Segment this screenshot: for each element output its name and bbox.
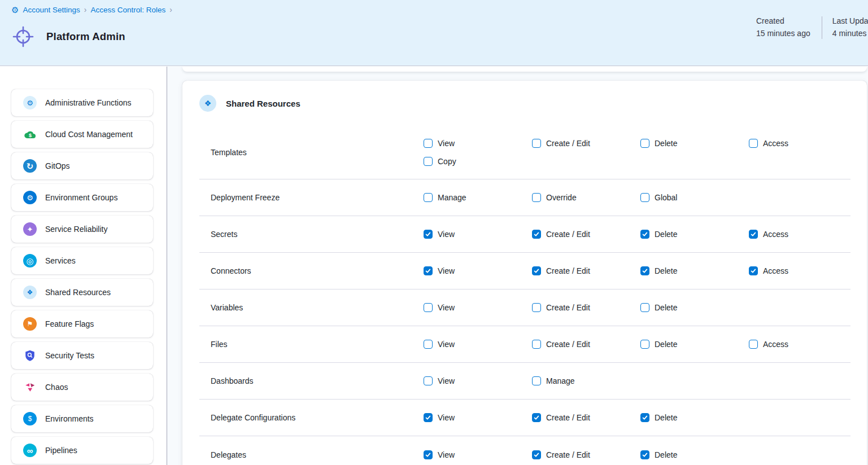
breadcrumb-account-settings[interactable]: Account Settings	[23, 6, 80, 14]
permission-label: View	[438, 266, 455, 275]
sidebar-item-services[interactable]: ◎ Services	[11, 247, 153, 274]
section-header: ❖ Shared Resources	[199, 81, 850, 126]
sidebar-item-feature-flags[interactable]: ⚑ Feature Flags	[11, 310, 153, 337]
services-swirl-icon: ◎	[23, 254, 37, 267]
table-row: Delegates View Create / Edit Delete	[199, 436, 850, 465]
checkbox-icon[interactable]	[424, 450, 433, 459]
checkbox-icon[interactable]	[532, 139, 541, 148]
permission-create-edit[interactable]: Create / Edit	[532, 340, 640, 349]
checkbox-icon[interactable]	[640, 340, 649, 349]
permission-view[interactable]: View	[424, 340, 532, 349]
sidebar-item-cloud-cost-management[interactable]: $ Cloud Cost Management	[11, 121, 153, 148]
permission-create-edit[interactable]: Create / Edit	[532, 303, 640, 312]
checkbox-icon[interactable]	[424, 193, 433, 202]
permission-global[interactable]: Global	[640, 193, 749, 202]
checkbox-icon[interactable]	[532, 376, 541, 385]
permission-copy[interactable]: Copy	[424, 157, 532, 166]
gears-icon: ⚙	[23, 191, 37, 204]
permission-create-edit[interactable]: Create / Edit	[532, 139, 640, 148]
permission-manage[interactable]: Manage	[532, 376, 640, 385]
permission-view[interactable]: View	[424, 266, 532, 275]
sidebar-item-pipelines[interactable]: ∞ Pipelines	[11, 437, 153, 464]
permission-label: Manage	[546, 376, 575, 385]
permission-view[interactable]: View	[424, 450, 532, 459]
checkbox-icon[interactable]	[640, 450, 649, 459]
permission-create-edit[interactable]: Create / Edit	[532, 413, 640, 422]
permission-delete[interactable]: Delete	[640, 230, 749, 239]
checkbox-icon[interactable]	[749, 266, 758, 275]
checkbox-icon[interactable]	[640, 139, 649, 148]
sidebar-item-chaos[interactable]: Chaos	[11, 374, 153, 401]
checkbox-icon[interactable]	[640, 303, 649, 312]
checkbox-icon[interactable]	[532, 450, 541, 459]
permission-create-edit[interactable]: Create / Edit	[532, 266, 640, 275]
permission-delete[interactable]: Delete	[640, 413, 749, 422]
sidebar-item-environment-groups[interactable]: ⚙ Environment Groups	[11, 184, 153, 211]
permission-access[interactable]: Access	[749, 139, 850, 148]
role-meta: Created 15 minutes ago Last Updated 4 mi…	[756, 15, 868, 40]
permission-line: View Create / Edit Delete Access	[424, 134, 850, 152]
checkbox-icon[interactable]	[640, 266, 649, 275]
permission-label: View	[438, 230, 455, 239]
permission-view[interactable]: View	[424, 413, 532, 422]
permission-access[interactable]: Access	[749, 266, 850, 275]
checkbox-icon[interactable]	[424, 340, 433, 349]
last-updated-value: 4 minutes ago	[832, 27, 868, 40]
sidebar-item-label: Pipelines	[45, 446, 77, 455]
sidebar-item-label: Environment Groups	[45, 193, 117, 202]
page-title: Platform Admin	[46, 30, 125, 43]
sidebar-item-label: Services	[45, 256, 76, 265]
checkbox-icon[interactable]	[532, 413, 541, 422]
checkbox-icon[interactable]	[749, 340, 758, 349]
sidebar-item-label: Shared Resources	[45, 288, 111, 297]
checkbox-icon[interactable]	[640, 193, 649, 202]
checkbox-icon[interactable]	[749, 139, 758, 148]
permission-view[interactable]: View	[424, 303, 532, 312]
sidebar-item-service-reliability[interactable]: ✦ Service Reliability	[11, 216, 153, 243]
permission-access[interactable]: Access	[749, 340, 850, 349]
chevron-right-icon: ›	[169, 5, 172, 14]
checkbox-icon[interactable]	[424, 266, 433, 275]
checkbox-icon[interactable]	[424, 230, 433, 239]
permission-manage[interactable]: Manage	[424, 193, 532, 202]
permission-delete[interactable]: Delete	[640, 139, 749, 148]
permission-delete[interactable]: Delete	[640, 450, 749, 459]
checkbox-icon[interactable]	[424, 303, 433, 312]
sidebar-item-administrative-functions[interactable]: ⚙ Administrative Functions	[11, 89, 153, 116]
sidebar-item-security-tests[interactable]: Security Tests	[11, 342, 153, 369]
permission-access[interactable]: Access	[749, 230, 850, 239]
checkbox-icon[interactable]	[532, 230, 541, 239]
checkbox-icon[interactable]	[424, 413, 433, 422]
sidebar-item-environments[interactable]: $ Environments	[11, 405, 153, 432]
checkbox-icon[interactable]	[640, 413, 649, 422]
permission-delete[interactable]: Delete	[640, 266, 749, 275]
permission-create-edit[interactable]: Create / Edit	[532, 230, 640, 239]
checkbox-icon[interactable]	[424, 139, 433, 148]
page-header: ⚙ Account Settings › Access Control: Rol…	[0, 0, 868, 66]
checkbox-icon[interactable]	[424, 157, 433, 166]
checkbox-icon[interactable]	[424, 376, 433, 385]
permission-view[interactable]: View	[424, 139, 532, 148]
checkbox-icon[interactable]	[532, 266, 541, 275]
permission-view[interactable]: View	[424, 376, 532, 385]
shared-resources-diamond-icon: ❖	[199, 95, 216, 112]
sidebar-item-label: Service Reliability	[45, 225, 107, 234]
breadcrumb-access-control-roles[interactable]: Access Control: Roles	[90, 6, 165, 14]
checkbox-icon[interactable]	[532, 303, 541, 312]
checkbox-icon[interactable]	[532, 193, 541, 202]
permission-label: Create / Edit	[546, 413, 590, 422]
resource-label: Files	[199, 340, 424, 349]
table-row: Dashboards View Manage	[199, 363, 850, 400]
checkbox-icon[interactable]	[532, 340, 541, 349]
permission-delete[interactable]: Delete	[640, 303, 749, 312]
flag-icon: ⚑	[23, 317, 37, 331]
checkbox-icon[interactable]	[640, 230, 649, 239]
sidebar-item-gitops[interactable]: ↻ GitOps	[11, 152, 153, 179]
permission-create-edit[interactable]: Create / Edit	[532, 450, 640, 459]
permission-override[interactable]: Override	[532, 193, 640, 202]
permission-view[interactable]: View	[424, 230, 532, 239]
checkbox-icon[interactable]	[749, 230, 758, 239]
sidebar-item-shared-resources[interactable]: ❖ Shared Resources	[11, 279, 153, 306]
permission-delete[interactable]: Delete	[640, 340, 749, 349]
permission-label: Delete	[655, 139, 677, 148]
